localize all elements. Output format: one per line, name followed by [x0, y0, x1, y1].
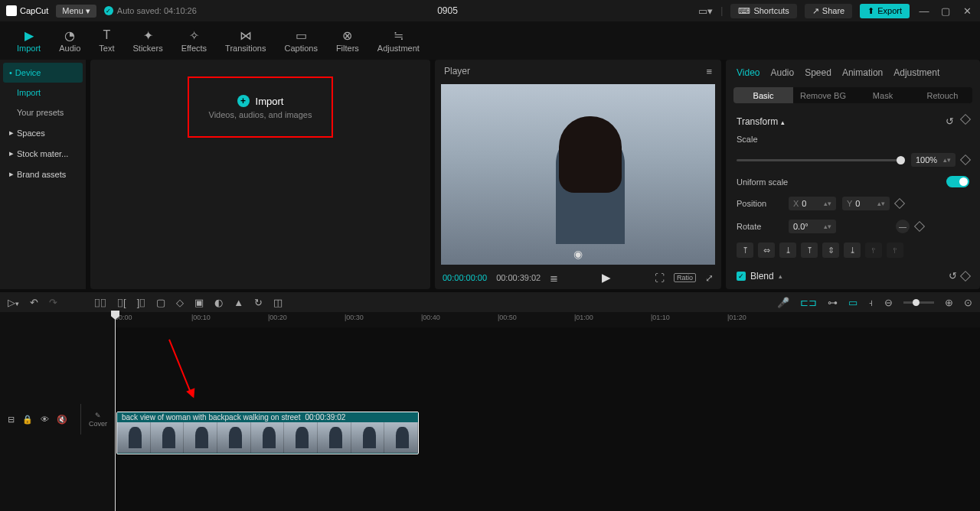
visibility-icon[interactable]: 👁	[41, 415, 49, 424]
caret-icon: ▸	[9, 169, 14, 179]
properties-panel: Video Audio Speed Animation Adjustment B…	[726, 60, 980, 289]
fullscreen-icon[interactable]: ⤢	[705, 272, 714, 284]
keyframe-icon[interactable]	[894, 198, 905, 209]
reset-icon[interactable]: ↺	[949, 270, 957, 282]
zoom-out-icon[interactable]: ⊖	[884, 297, 893, 308]
close-button[interactable]: ✕	[960, 5, 974, 17]
ratio-button[interactable]: Ratio	[674, 273, 696, 282]
player-duration: 00:00:39:02	[496, 273, 541, 282]
tab-stickers[interactable]: ✦Stickers	[124, 25, 172, 56]
tab-effects[interactable]: ✧Effects	[172, 25, 216, 56]
zoom-in-icon[interactable]: ⊕	[945, 297, 953, 308]
sidebar-item-import[interactable]: Import	[0, 83, 86, 103]
freeze-button[interactable]: ▣	[194, 297, 204, 308]
pos-x-input[interactable]: X0▴▾	[789, 197, 836, 210]
tab-filters[interactable]: ⊗Filters	[327, 25, 368, 56]
video-clip[interactable]: back view of woman with backpack walking…	[116, 412, 419, 454]
link-icon[interactable]: ⊶	[828, 297, 838, 308]
tab-adjustment[interactable]: ≒Adjustment	[368, 25, 429, 56]
snap-icon[interactable]: ⊏⊐	[800, 297, 817, 308]
mic-icon[interactable]: 🎤	[777, 297, 789, 308]
menu-button[interactable]: Menu ▾	[56, 5, 96, 18]
tab-captions[interactable]: ▭Captions	[275, 25, 326, 56]
playhead[interactable]	[115, 312, 116, 511]
prop-tab-audio[interactable]: Audio	[770, 67, 794, 78]
track-area[interactable]: back view of woman with backpack walking…	[115, 327, 980, 511]
keyframe-icon[interactable]	[914, 221, 925, 232]
list-icon[interactable]: ≣	[550, 272, 558, 284]
aspect-icon[interactable]: ▭▾	[698, 5, 713, 17]
timeline-ruler[interactable]: 00:00 |00:10 |00:20 |00:30 |00:40 |00:50…	[115, 312, 980, 327]
seg-tab-retouch[interactable]: Retouch	[913, 87, 972, 103]
align-bottom[interactable]: ⤓	[844, 242, 861, 258]
play-button[interactable]: ▶	[602, 271, 611, 285]
export-button[interactable]: ⬆ Export	[860, 4, 910, 18]
collapse-icon[interactable]: ⊟	[8, 415, 15, 425]
align-middle[interactable]: ⇕	[822, 242, 839, 258]
tab-text[interactable]: TText	[90, 25, 123, 56]
align-center-h[interactable]: ⇔	[758, 242, 775, 258]
pos-y-input[interactable]: Y0▴▾	[842, 197, 890, 210]
sidebar-item-stock[interactable]: ▸Stock mater...	[0, 143, 86, 164]
reset-icon[interactable]: ↺	[946, 116, 954, 127]
mute-icon[interactable]: 🔇	[57, 415, 67, 425]
tab-transitions[interactable]: ⋈Transitions	[216, 25, 275, 56]
preview-icon[interactable]: ▭	[848, 297, 858, 308]
sidebar-item-spaces[interactable]: ▸Spaces	[0, 122, 86, 143]
lock-icon[interactable]: 🔒	[22, 415, 33, 425]
delete-button[interactable]: ▢	[156, 297, 165, 308]
maximize-button[interactable]: ▢	[939, 5, 952, 17]
sidebar-item-device[interactable]: •Device	[3, 63, 83, 83]
import-dropzone[interactable]: + Import Videos, audios, and images	[188, 76, 333, 138]
seg-tab-mask[interactable]: Mask	[853, 87, 913, 103]
prop-tab-video[interactable]: Video	[737, 67, 760, 78]
rotate-input[interactable]: 0.0°▴▾	[789, 220, 836, 233]
mirror-button[interactable]: ▲	[234, 297, 243, 308]
marker-button[interactable]: ◇	[176, 297, 184, 308]
align-right[interactable]: ⤓	[779, 242, 796, 258]
keyframe-icon[interactable]	[960, 114, 971, 125]
seg-tab-removebg[interactable]: Remove BG	[793, 87, 853, 103]
tab-audio[interactable]: ◔Audio	[50, 25, 90, 56]
camera-icon[interactable]: ◉	[573, 248, 583, 260]
export-icon: ⬆	[867, 6, 874, 16]
prop-tab-adjustment[interactable]: Adjustment	[893, 67, 939, 78]
import-icon: ▶	[22, 28, 36, 42]
keyframe-icon[interactable]	[960, 270, 971, 281]
uniform-toggle[interactable]	[946, 176, 969, 187]
cursor-tool[interactable]: ▷▾	[8, 297, 19, 308]
align-icon[interactable]: ⫞	[868, 297, 874, 308]
align-left[interactable]: ⤒	[737, 242, 753, 258]
zoom-slider[interactable]	[903, 301, 934, 304]
scale-value[interactable]: 100%▴▾	[911, 153, 956, 167]
keyframe-icon[interactable]	[960, 155, 971, 165]
crop-icon[interactable]: ⛶	[655, 272, 665, 284]
rotate-button[interactable]: ↻	[254, 297, 263, 308]
crop-button[interactable]: ◫	[273, 297, 283, 308]
minimize-button[interactable]: —	[917, 5, 931, 17]
prop-tab-animation[interactable]: Animation	[842, 67, 883, 78]
seg-tab-basic[interactable]: Basic	[733, 87, 793, 103]
player-canvas[interactable]: ◉	[441, 84, 715, 265]
sidebar-item-brand[interactable]: ▸Brand assets	[0, 164, 86, 184]
shortcuts-button[interactable]: ⌨ Shortcuts	[730, 4, 796, 18]
split-button[interactable]: ⌷⌷	[94, 297, 106, 308]
tool-tabs: ▶Import ◔Audio TText ✦Stickers ✧Effects …	[0, 21, 980, 60]
split-right-button[interactable]: ]⌷	[137, 297, 146, 308]
reverse-button[interactable]: ◐	[214, 297, 223, 308]
fit-icon[interactable]: ⊙	[964, 297, 972, 308]
sidebar-item-presets[interactable]: Your presets	[0, 103, 86, 122]
undo-button[interactable]: ↶	[30, 297, 38, 308]
tab-import[interactable]: ▶Import	[8, 25, 50, 56]
prop-tab-speed[interactable]: Speed	[805, 67, 831, 78]
align-top[interactable]: ⤒	[801, 242, 818, 258]
scale-slider[interactable]	[737, 159, 905, 161]
player-menu-icon[interactable]: ≡	[706, 66, 712, 77]
align-buttons: ⤒ ⇔ ⤓ ⤒ ⇕ ⤓ ⫯ ⫯	[726, 238, 980, 262]
blend-checkbox[interactable]: ✓	[737, 272, 746, 281]
cover-button[interactable]: ✎ Cover	[80, 404, 107, 435]
import-label: Import	[256, 96, 284, 107]
share-button[interactable]: ↗ Share	[805, 4, 852, 18]
rotate-reset-icon[interactable]: —	[896, 220, 910, 233]
split-left-button[interactable]: ⌷[	[117, 297, 126, 308]
